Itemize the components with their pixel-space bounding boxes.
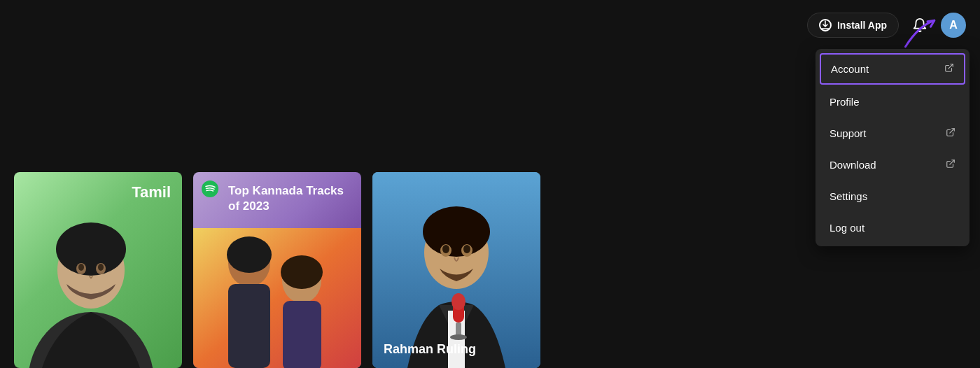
avatar-letter: A — [949, 19, 958, 31]
svg-point-8 — [78, 264, 84, 271]
dropdown-item-account[interactable]: Account — [820, 53, 965, 85]
dropdown-item-support[interactable]: Support — [816, 118, 969, 149]
svg-line-0 — [948, 64, 953, 69]
svg-rect-16 — [283, 301, 321, 368]
avatar-button[interactable]: A — [941, 13, 966, 38]
svg-point-25 — [442, 245, 449, 253]
external-link-icon-support — [946, 127, 955, 139]
svg-rect-13 — [228, 284, 270, 368]
dropdown-menu: Account Profile Support Download — [816, 49, 969, 246]
pointer-arrow-icon — [900, 13, 942, 55]
rahman-card[interactable]: Rahman Ruling — [372, 172, 540, 368]
external-link-icon-download — [946, 159, 955, 171]
svg-line-1 — [950, 129, 954, 133]
svg-point-9 — [98, 264, 104, 271]
install-app-button[interactable]: Install App — [807, 13, 899, 38]
svg-point-10 — [202, 181, 218, 197]
tamil-card[interactable]: Tamil — [14, 172, 182, 368]
settings-label: Settings — [830, 190, 867, 202]
rahman-card-title: Rahman Ruling — [384, 342, 476, 357]
kannada-card[interactable]: Top Kannada Tracksof 2023 — [193, 172, 361, 368]
profile-label: Profile — [830, 96, 860, 108]
logout-label: Log out — [830, 222, 864, 234]
dropdown-item-settings[interactable]: Settings — [816, 181, 969, 212]
account-label: Account — [831, 63, 869, 75]
cards-area: Tamil To — [0, 172, 554, 368]
svg-point-26 — [463, 245, 470, 253]
spotify-logo-kannada — [202, 181, 218, 197]
svg-point-14 — [227, 236, 272, 273]
svg-point-30 — [450, 334, 467, 340]
svg-point-22 — [423, 206, 490, 257]
svg-line-2 — [950, 160, 954, 164]
svg-point-5 — [56, 222, 126, 276]
svg-rect-11 — [193, 228, 361, 368]
header: Install App A — [0, 0, 980, 50]
support-label: Support — [830, 127, 867, 139]
external-link-icon-account — [944, 63, 954, 75]
dropdown-item-profile[interactable]: Profile — [816, 86, 969, 118]
download-circle-icon — [819, 19, 832, 31]
tamil-person-graphic — [14, 186, 182, 368]
dropdown-item-download[interactable]: Download — [816, 149, 969, 181]
install-app-label: Install App — [837, 20, 887, 31]
kannada-card-title: Top Kannada Tracksof 2023 — [228, 183, 354, 214]
download-label: Download — [830, 159, 876, 171]
kannada-persons-graphic — [193, 228, 361, 368]
svg-point-28 — [451, 293, 465, 310]
svg-point-17 — [281, 255, 323, 289]
rahman-person-graphic — [372, 172, 540, 368]
dropdown-item-logout[interactable]: Log out — [816, 212, 969, 243]
